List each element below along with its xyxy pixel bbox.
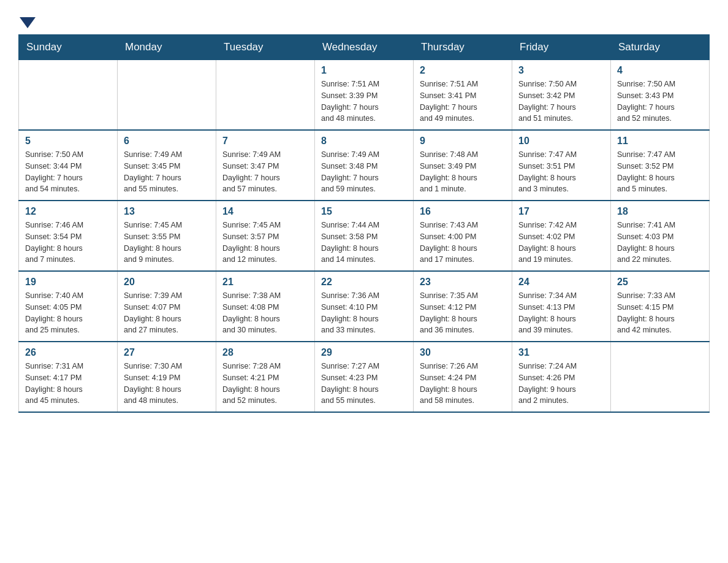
calendar-cell: 13Sunrise: 7:45 AM Sunset: 3:55 PM Dayli… (118, 201, 216, 271)
day-info: Sunrise: 7:49 AM Sunset: 3:47 PM Dayligh… (222, 149, 308, 195)
day-number: 28 (222, 347, 308, 358)
day-number: 22 (321, 277, 407, 288)
logo-triangle-icon (20, 17, 36, 28)
day-number: 13 (124, 206, 210, 217)
page-header (18, 12, 710, 28)
calendar-body: 1Sunrise: 7:51 AM Sunset: 3:39 PM Daylig… (19, 60, 710, 413)
day-info: Sunrise: 7:40 AM Sunset: 4:05 PM Dayligh… (25, 290, 111, 336)
weekday-header-thursday: Thursday (414, 35, 512, 60)
calendar-cell: 21Sunrise: 7:38 AM Sunset: 4:08 PM Dayli… (216, 271, 315, 342)
calendar-cell: 28Sunrise: 7:28 AM Sunset: 4:21 PM Dayli… (216, 342, 315, 412)
day-info: Sunrise: 7:36 AM Sunset: 4:10 PM Dayligh… (321, 290, 407, 336)
week-row-1: 1Sunrise: 7:51 AM Sunset: 3:39 PM Daylig… (19, 60, 710, 131)
day-number: 5 (25, 136, 111, 147)
calendar-cell: 2Sunrise: 7:51 AM Sunset: 3:41 PM Daylig… (414, 60, 512, 131)
day-info: Sunrise: 7:38 AM Sunset: 4:08 PM Dayligh… (222, 290, 308, 336)
day-info: Sunrise: 7:33 AM Sunset: 4:15 PM Dayligh… (617, 290, 703, 336)
day-number: 6 (124, 136, 210, 147)
day-info: Sunrise: 7:43 AM Sunset: 4:00 PM Dayligh… (420, 220, 506, 266)
day-info: Sunrise: 7:24 AM Sunset: 4:26 PM Dayligh… (518, 361, 604, 407)
calendar-cell: 20Sunrise: 7:39 AM Sunset: 4:07 PM Dayli… (118, 271, 216, 342)
day-number: 4 (617, 65, 703, 76)
day-number: 29 (321, 347, 407, 358)
weekday-header-saturday: Saturday (611, 35, 710, 60)
calendar-cell: 18Sunrise: 7:41 AM Sunset: 4:03 PM Dayli… (611, 201, 710, 271)
day-number: 20 (124, 277, 210, 288)
weekday-header-sunday: Sunday (19, 35, 118, 60)
day-info: Sunrise: 7:45 AM Sunset: 3:57 PM Dayligh… (222, 220, 308, 266)
weekday-header-friday: Friday (512, 35, 611, 60)
calendar-cell (611, 342, 710, 412)
calendar-cell: 17Sunrise: 7:42 AM Sunset: 4:02 PM Dayli… (512, 201, 611, 271)
calendar-cell: 5Sunrise: 7:50 AM Sunset: 3:44 PM Daylig… (19, 130, 118, 201)
day-number: 25 (617, 277, 703, 288)
day-number: 8 (321, 136, 407, 147)
calendar-cell: 30Sunrise: 7:26 AM Sunset: 4:24 PM Dayli… (414, 342, 512, 412)
day-info: Sunrise: 7:35 AM Sunset: 4:12 PM Dayligh… (420, 290, 506, 336)
day-number: 21 (222, 277, 308, 288)
day-info: Sunrise: 7:30 AM Sunset: 4:19 PM Dayligh… (124, 361, 210, 407)
day-number: 18 (617, 206, 703, 217)
day-number: 26 (25, 347, 111, 358)
day-number: 15 (321, 206, 407, 217)
day-number: 23 (420, 277, 506, 288)
calendar-cell: 12Sunrise: 7:46 AM Sunset: 3:54 PM Dayli… (19, 201, 118, 271)
day-info: Sunrise: 7:26 AM Sunset: 4:24 PM Dayligh… (420, 361, 506, 407)
calendar-cell (216, 60, 315, 131)
calendar-cell (19, 60, 118, 131)
week-row-5: 26Sunrise: 7:31 AM Sunset: 4:17 PM Dayli… (19, 342, 710, 412)
calendar-cell: 29Sunrise: 7:27 AM Sunset: 4:23 PM Dayli… (315, 342, 414, 412)
day-number: 1 (321, 65, 407, 76)
day-number: 12 (25, 206, 111, 217)
day-info: Sunrise: 7:45 AM Sunset: 3:55 PM Dayligh… (124, 220, 210, 266)
day-number: 2 (420, 65, 506, 76)
day-info: Sunrise: 7:49 AM Sunset: 3:48 PM Dayligh… (321, 149, 407, 195)
calendar-cell (118, 60, 216, 131)
day-info: Sunrise: 7:50 AM Sunset: 3:42 PM Dayligh… (518, 79, 604, 124)
calendar-cell: 27Sunrise: 7:30 AM Sunset: 4:19 PM Dayli… (118, 342, 216, 412)
calendar-cell: 16Sunrise: 7:43 AM Sunset: 4:00 PM Dayli… (414, 201, 512, 271)
day-info: Sunrise: 7:44 AM Sunset: 3:58 PM Dayligh… (321, 220, 407, 266)
day-number: 14 (222, 206, 308, 217)
day-number: 16 (420, 206, 506, 217)
day-info: Sunrise: 7:51 AM Sunset: 3:39 PM Dayligh… (321, 79, 407, 124)
day-number: 30 (420, 347, 506, 358)
day-info: Sunrise: 7:46 AM Sunset: 3:54 PM Dayligh… (25, 220, 111, 266)
calendar-table: SundayMondayTuesdayWednesdayThursdayFrid… (18, 34, 710, 413)
calendar-cell: 31Sunrise: 7:24 AM Sunset: 4:26 PM Dayli… (512, 342, 611, 412)
day-number: 11 (617, 136, 703, 147)
calendar-cell: 19Sunrise: 7:40 AM Sunset: 4:05 PM Dayli… (19, 271, 118, 342)
day-info: Sunrise: 7:42 AM Sunset: 4:02 PM Dayligh… (518, 220, 604, 266)
calendar-cell: 3Sunrise: 7:50 AM Sunset: 3:42 PM Daylig… (512, 60, 611, 131)
day-number: 27 (124, 347, 210, 358)
calendar-cell: 23Sunrise: 7:35 AM Sunset: 4:12 PM Dayli… (414, 271, 512, 342)
day-info: Sunrise: 7:48 AM Sunset: 3:49 PM Dayligh… (420, 149, 506, 195)
day-info: Sunrise: 7:51 AM Sunset: 3:41 PM Dayligh… (420, 79, 506, 124)
calendar-cell: 9Sunrise: 7:48 AM Sunset: 3:49 PM Daylig… (414, 130, 512, 201)
day-info: Sunrise: 7:39 AM Sunset: 4:07 PM Dayligh… (124, 290, 210, 336)
weekday-header-tuesday: Tuesday (216, 35, 315, 60)
day-number: 24 (518, 277, 604, 288)
day-info: Sunrise: 7:50 AM Sunset: 3:43 PM Dayligh… (617, 79, 703, 124)
day-number: 7 (222, 136, 308, 147)
calendar-cell: 25Sunrise: 7:33 AM Sunset: 4:15 PM Dayli… (611, 271, 710, 342)
day-info: Sunrise: 7:50 AM Sunset: 3:44 PM Dayligh… (25, 149, 111, 195)
weekday-header-wednesday: Wednesday (315, 35, 414, 60)
calendar-cell: 24Sunrise: 7:34 AM Sunset: 4:13 PM Dayli… (512, 271, 611, 342)
day-number: 17 (518, 206, 604, 217)
week-row-2: 5Sunrise: 7:50 AM Sunset: 3:44 PM Daylig… (19, 130, 710, 201)
day-info: Sunrise: 7:47 AM Sunset: 3:51 PM Dayligh… (518, 149, 604, 195)
week-row-4: 19Sunrise: 7:40 AM Sunset: 4:05 PM Dayli… (19, 271, 710, 342)
day-number: 9 (420, 136, 506, 147)
calendar-cell: 22Sunrise: 7:36 AM Sunset: 4:10 PM Dayli… (315, 271, 414, 342)
calendar-cell: 11Sunrise: 7:47 AM Sunset: 3:52 PM Dayli… (611, 130, 710, 201)
logo (18, 12, 37, 28)
calendar-cell: 26Sunrise: 7:31 AM Sunset: 4:17 PM Dayli… (19, 342, 118, 412)
calendar-cell: 1Sunrise: 7:51 AM Sunset: 3:39 PM Daylig… (315, 60, 414, 131)
day-number: 3 (518, 65, 604, 76)
day-info: Sunrise: 7:28 AM Sunset: 4:21 PM Dayligh… (222, 361, 308, 407)
day-info: Sunrise: 7:49 AM Sunset: 3:45 PM Dayligh… (124, 149, 210, 195)
week-row-3: 12Sunrise: 7:46 AM Sunset: 3:54 PM Dayli… (19, 201, 710, 271)
day-info: Sunrise: 7:34 AM Sunset: 4:13 PM Dayligh… (518, 290, 604, 336)
calendar-cell: 14Sunrise: 7:45 AM Sunset: 3:57 PM Dayli… (216, 201, 315, 271)
